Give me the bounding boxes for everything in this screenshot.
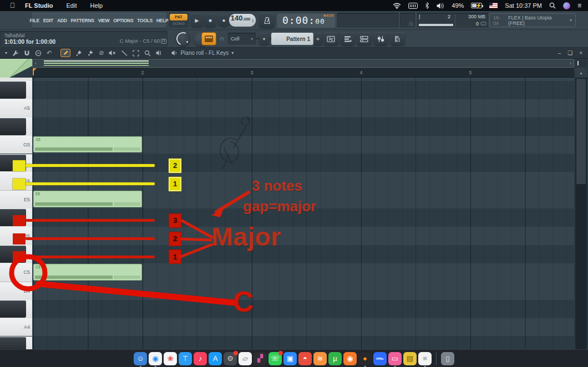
time-units-label[interactable]: M:S:CS [323, 14, 333, 17]
dock-icon-music[interactable]: ♪ [194, 352, 207, 365]
midi-note-C5[interactable]: C5 [33, 264, 142, 281]
pattern-picker-button[interactable]: ▾ [259, 33, 269, 45]
dock-icon-keynote[interactable]: ⊤ [179, 352, 192, 365]
fl-menu-item-edit[interactable]: EDIT [43, 18, 53, 23]
tool-wrench-icon[interactable] [12, 50, 19, 57]
dock-icon-system-settings[interactable]: ⚙ [224, 352, 237, 365]
input-source-flag-icon[interactable] [489, 3, 498, 8]
pr-vertical-scrollbar[interactable] [575, 78, 587, 349]
dock-icon-photos[interactable]: ❀ [164, 352, 177, 365]
pat-song-toggle[interactable]: PAT SONG [169, 13, 189, 28]
dock-icon-textedit[interactable]: ≡ [418, 352, 432, 365]
menubar-app-name[interactable]: FL Studio [25, 2, 53, 9]
dock-icon-anydesk[interactable]: ▭ [388, 352, 402, 365]
dock-icon-vpn[interactable]: VPN+ [373, 352, 387, 365]
record-button[interactable]: ● [217, 14, 230, 27]
fl-menu-item-add[interactable]: ADD [57, 18, 67, 23]
menubar-clock[interactable]: Sat 10:37 PM [505, 2, 542, 9]
mixer-view-button[interactable] [373, 32, 388, 45]
pr-hzoom-widget[interactable] [575, 59, 587, 67]
typing-keyboard-button[interactable] [201, 32, 216, 45]
dock-icon-koi[interactable]: ≋ [313, 352, 327, 365]
dock-icon-archiver[interactable]: ▤ [403, 352, 417, 365]
dock-icon-utorrent[interactable]: µ [328, 352, 342, 365]
tool-paint-icon[interactable] [75, 50, 82, 57]
dock-icon-blender[interactable]: ◉ [343, 352, 357, 365]
fl-menu-item-view[interactable]: VIEW [98, 18, 110, 23]
spotlight-search-icon[interactable] [549, 2, 556, 9]
cell-dropdown[interactable]: Cell ▾ [228, 33, 256, 45]
keyboard-viewer-icon[interactable] [408, 3, 418, 9]
tool-select-icon[interactable] [133, 50, 139, 57]
tool-mute-icon[interactable] [109, 50, 116, 56]
apple-menu-icon[interactable]:  [10, 2, 15, 9]
midi-note-G5[interactable]: G5 [33, 136, 142, 153]
window-close-button[interactable]: × [579, 50, 582, 56]
dock-icon-game[interactable]: ◓ [298, 352, 312, 365]
dock-icon-app-store[interactable]: A [209, 352, 222, 365]
tempo-steppers[interactable]: ▲▼ [251, 18, 254, 23]
dock-icon-safari[interactable]: ◉ [149, 352, 162, 365]
channel-rack-view-button[interactable] [357, 32, 372, 45]
pr-timeline-ruler[interactable]: 2345 [32, 68, 574, 78]
menubar-item-help[interactable]: Help [90, 2, 103, 9]
pr-horizontal-scrollbar[interactable]: ‹ › [32, 59, 574, 68]
vscroll-handle[interactable] [576, 79, 586, 184]
midi-note-E5[interactable]: E5 [33, 191, 142, 207]
pr-window-title[interactable]: Piano roll - FL Keys [180, 50, 229, 56]
plugin-selector[interactable]: 16-04 FLEX | Bass Utopia (FREE) ▾ [489, 13, 576, 27]
dock-icon-zoom[interactable]: ▣ [283, 352, 297, 365]
menubar-item-edit[interactable]: Edit [67, 2, 77, 9]
volume-icon[interactable] [437, 3, 444, 9]
tool-undo-icon[interactable]: ↶ [47, 49, 52, 57]
tempo-display[interactable]: 140.000 ▲▼ [229, 14, 256, 27]
hscroll-right-arrow[interactable]: › [570, 60, 571, 66]
siri-icon[interactable] [563, 2, 570, 9]
playhead-flag[interactable] [33, 68, 37, 72]
tool-slice-icon[interactable] [121, 50, 128, 57]
play-button[interactable]: ▶ [191, 13, 203, 27]
bluetooth-icon[interactable] [425, 2, 429, 9]
fl-menu-item-options[interactable]: OPTIONS [113, 18, 133, 23]
tool-delete-icon[interactable]: ⊘ [99, 49, 104, 57]
pr-target-speaker-icon[interactable] [170, 50, 178, 56]
dock-icon-finder[interactable]: ☺ [134, 352, 147, 365]
piano-roll-view-button[interactable] [340, 32, 355, 45]
tool-draw-pencil-active[interactable] [60, 49, 70, 57]
tool-magnet-icon[interactable] [24, 50, 30, 57]
hscroll-left-arrow[interactable]: ‹ [35, 60, 37, 66]
time-display[interactable]: M:S:CS 0:00:00 [277, 13, 336, 28]
stop-button[interactable]: ■ [204, 13, 216, 27]
playlist-view-button[interactable] [323, 32, 338, 45]
master-volume-knob[interactable] [176, 32, 190, 46]
tool-playback-icon[interactable] [156, 50, 163, 56]
dock-icon-whatsapp[interactable]: ☏ [268, 352, 282, 365]
pattern-selector[interactable]: Pattern 1 [271, 33, 313, 45]
fl-menu-item-help[interactable]: HELP [156, 18, 168, 23]
window-restore-button[interactable]: ❏ [567, 50, 572, 56]
dock-icon-freeform[interactable]: ▱ [239, 352, 252, 365]
tool-zoom-icon[interactable] [144, 50, 151, 57]
wifi-icon[interactable] [393, 3, 401, 9]
vscroll-up-button[interactable]: ▲ [575, 68, 587, 78]
dock-icon-trash[interactable]: ▯ [441, 352, 454, 365]
tool-stamp-icon[interactable] [35, 50, 42, 57]
window-minimize-button[interactable]: – [558, 50, 561, 56]
note-pitch-label: G5 [36, 137, 40, 141]
song-mode-button[interactable]: SONG [170, 21, 187, 27]
metronome-button[interactable] [259, 13, 275, 28]
pr-title-caret[interactable]: ▾ [231, 50, 234, 55]
plugin-caret-icon[interactable]: ▾ [570, 18, 572, 23]
browser-view-button[interactable] [390, 32, 405, 45]
add-pattern-button[interactable]: + [313, 33, 322, 45]
dock-icon-fl-studio[interactable]: ● [358, 352, 372, 365]
pat-mode-button[interactable]: PAT [170, 14, 187, 21]
headphones-icon[interactable]: ∩ [220, 35, 224, 42]
fl-menu-item-patterns[interactable]: PATTERNS [70, 18, 94, 23]
fl-menu-item-tools[interactable]: TOOLS [137, 18, 153, 23]
dock-icon-final-cut[interactable]: ▞ [254, 352, 267, 365]
control-center-icon[interactable]: ≡ [577, 2, 581, 9]
tool-paint-sequence-icon[interactable] [87, 50, 94, 57]
pr-main-menu-caret[interactable]: ▾ [5, 50, 7, 55]
fl-menu-item-file[interactable]: FILE [30, 18, 39, 23]
